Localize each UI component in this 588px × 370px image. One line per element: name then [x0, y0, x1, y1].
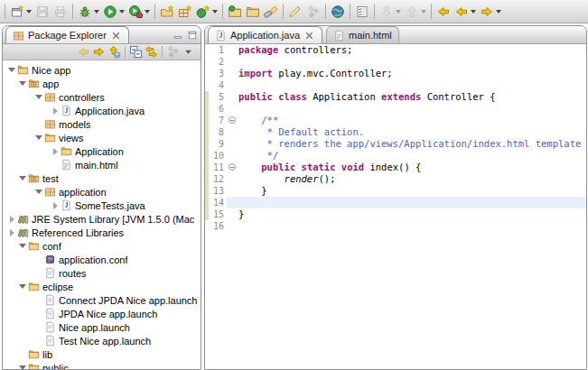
next-annotation-button[interactable]: [378, 2, 403, 22]
dropdown-arrow-icon[interactable]: [145, 10, 150, 14]
tab-package-explorer[interactable]: Package Explorer: [5, 26, 129, 43]
expander-open-icon[interactable]: [34, 190, 43, 194]
expander-open-icon[interactable]: [7, 68, 16, 72]
code-line-11[interactable]: 11 public static void index() {: [205, 162, 586, 173]
tree-item-nice-app[interactable]: Nice app: [3, 63, 201, 77]
expander-open-icon[interactable]: [18, 284, 27, 289]
code-line-13[interactable]: 13 }: [205, 185, 586, 197]
fold-marker[interactable]: [227, 115, 238, 126]
expander-open-icon[interactable]: [18, 81, 27, 86]
expander-open-icon[interactable]: [34, 95, 43, 99]
back-history-button[interactable]: [453, 2, 478, 22]
expander-closed-icon[interactable]: [7, 216, 16, 223]
code-editor[interactable]: 1package controllers;23import play.mvc.C…: [205, 44, 586, 232]
code-line-2[interactable]: 2: [205, 56, 586, 68]
forward-icon[interactable]: [92, 45, 106, 59]
save-button[interactable]: [33, 2, 51, 22]
expander-open-icon[interactable]: [34, 135, 43, 140]
dropdown-arrow-icon[interactable]: [212, 10, 218, 14]
tasks-button[interactable]: [353, 2, 371, 22]
code-line-12[interactable]: 12 render();: [205, 173, 586, 185]
expander-closed-icon[interactable]: [7, 229, 16, 236]
tree-item-models[interactable]: models: [3, 117, 201, 131]
close-icon[interactable]: [303, 30, 315, 42]
code-line-15[interactable]: 15}: [205, 208, 586, 220]
tree-item-conf[interactable]: conf: [3, 239, 201, 253]
dropdown-arrow-icon[interactable]: [94, 10, 99, 14]
tree-item-eclipse[interactable]: eclipse: [3, 280, 201, 293]
tree-item-public[interactable]: public: [3, 361, 201, 369]
tree-item-views[interactable]: views: [3, 131, 201, 144]
new-java-project-button[interactable]: [158, 2, 176, 22]
dropdown-arrow-icon[interactable]: [26, 10, 32, 14]
code-line-5[interactable]: 5public class Application extends Contro…: [205, 91, 586, 103]
code-line-8[interactable]: 8 * Default action.: [205, 126, 586, 138]
open-resource-button[interactable]: [244, 2, 262, 22]
open-type-button[interactable]: [226, 2, 244, 22]
run-external-tools-button[interactable]: [126, 2, 152, 22]
mark-occurrences-button[interactable]: [286, 2, 304, 22]
search-button[interactable]: [262, 2, 280, 22]
expander-open-icon[interactable]: [18, 244, 27, 248]
tree-item-test[interactable]: test: [3, 171, 201, 185]
run-button[interactable]: [101, 2, 126, 22]
fold-marker[interactable]: [227, 162, 238, 173]
tree-item-application[interactable]: application: [3, 185, 201, 199]
tree-item-nice-app-launch[interactable]: Nice app.launch: [3, 320, 201, 334]
code-line-7[interactable]: 7 /**: [205, 115, 586, 126]
print-button[interactable]: [51, 2, 70, 22]
link-with-editor-icon[interactable]: [145, 45, 158, 59]
code-line-4[interactable]: 4: [205, 79, 586, 91]
tree-item-referenced-libraries[interactable]: Referenced Libraries: [3, 226, 201, 239]
tree-item-application-conf[interactable]: application.conf: [3, 253, 201, 266]
tab-main-html[interactable]: main.html: [326, 26, 399, 43]
view-menu-icon[interactable]: [182, 45, 195, 59]
expander-open-icon[interactable]: [18, 365, 27, 369]
expander-closed-icon[interactable]: [51, 202, 60, 209]
code-line-9[interactable]: 9 * renders the app/views/Application/in…: [205, 138, 586, 150]
close-icon[interactable]: [110, 30, 122, 42]
new-class-button[interactable]: [194, 2, 219, 22]
tree-item-controllers[interactable]: controllers: [3, 90, 201, 104]
code-line-1[interactable]: 1package controllers;: [205, 44, 586, 56]
collapse-all-icon[interactable]: [129, 45, 143, 59]
code-line-6[interactable]: 6: [205, 103, 586, 115]
new-wizard-button[interactable]: [8, 2, 33, 22]
tree-item-routes[interactable]: routes: [3, 266, 201, 280]
tree-item-application-java[interactable]: JApplication.java: [3, 104, 201, 117]
forward-history-button[interactable]: [478, 2, 503, 22]
tree-item-lib[interactable]: lib: [3, 347, 201, 361]
code-line-14[interactable]: 14: [205, 197, 586, 208]
tab-application-java[interactable]: JApplication.java: [208, 26, 322, 43]
expander-closed-icon[interactable]: [51, 148, 60, 155]
expander-closed-icon[interactable]: [51, 107, 60, 115]
maximize-icon[interactable]: [187, 30, 198, 41]
debug-button[interactable]: [76, 2, 101, 22]
tree-item-main-html[interactable]: main.html: [3, 158, 201, 171]
code-line-10[interactable]: 10 */: [205, 150, 586, 162]
fold-collapse-icon[interactable]: [229, 116, 236, 124]
tree-item-sometests-java[interactable]: JSomeTests.java: [3, 199, 201, 212]
back-icon[interactable]: [77, 45, 90, 59]
code-line-3[interactable]: 3import play.mvc.Controller;: [205, 68, 586, 79]
expander-open-icon[interactable]: [18, 176, 27, 180]
previous-annotation-button[interactable]: [403, 2, 428, 22]
type-hierarchy-button[interactable]: [304, 2, 322, 22]
tree-item-test-nice-app-launch[interactable]: Test Nice app.launch: [3, 334, 201, 347]
fold-collapse-icon[interactable]: [229, 163, 236, 171]
tree-item-jpda-nice-app-launch[interactable]: JPDA Nice app.launch: [3, 307, 201, 320]
tree-item-application[interactable]: Application: [3, 144, 201, 158]
dropdown-arrow-icon[interactable]: [471, 10, 476, 14]
view-menu-extra-icon[interactable]: [166, 45, 180, 59]
dropdown-arrow-icon[interactable]: [496, 10, 501, 14]
dropdown-arrow-icon[interactable]: [396, 10, 401, 14]
tree-item-jre-system-library-jvm-1-5-0-mac[interactable]: JRE System Library [JVM 1.5.0 (Mac: [3, 212, 201, 226]
new-package-button[interactable]: [176, 2, 194, 22]
code-line-16[interactable]: 16: [205, 220, 586, 232]
tree-item-connect-jpda-nice-app-launch[interactable]: Connect JPDA Nice app.launch: [3, 293, 201, 307]
tree-item-app[interactable]: app: [3, 77, 201, 90]
dropdown-arrow-icon[interactable]: [421, 10, 426, 14]
external-browser-button[interactable]: [329, 2, 347, 22]
last-edit-location-button[interactable]: [434, 2, 453, 22]
dropdown-arrow-icon[interactable]: [119, 10, 125, 14]
